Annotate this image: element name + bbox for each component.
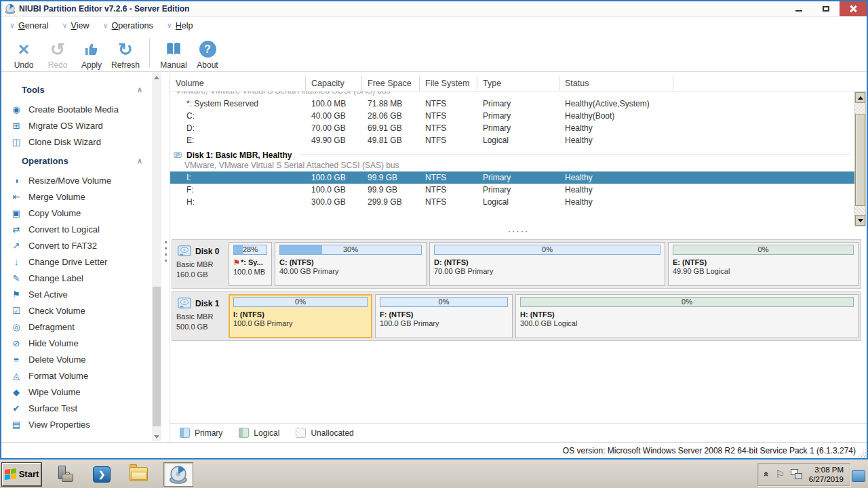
sidebar-item-format-volume[interactable]: ◬ Format Volume bbox=[1, 367, 152, 384]
volume-row-f[interactable]: F: 100.0 GB 99.9 GB NTFS Primary Healthy bbox=[170, 184, 854, 196]
about-button[interactable]: ? About bbox=[191, 36, 224, 70]
sidebar-item-convert-to-logical[interactable]: ⇄ Convert to Logical bbox=[1, 221, 152, 237]
partition-block-e[interactable]: 0% E: (NTFS) 49.90 GB Logical bbox=[668, 242, 859, 286]
sidebar-item-hide-volume[interactable]: ⊘ Hide Volume bbox=[1, 335, 152, 351]
sidebar-section-tools[interactable]: Tools ∧ bbox=[1, 79, 152, 101]
sidebar-item-migrate-os-wizard[interactable]: ⊞ Migrate OS Wizard bbox=[1, 117, 152, 134]
horizontal-splitter[interactable]: ····· bbox=[170, 228, 867, 237]
action-center-flag-icon[interactable]: ⚐ bbox=[775, 468, 784, 481]
collapse-icon[interactable]: ∧ bbox=[137, 157, 142, 165]
show-hidden-icons[interactable]: « bbox=[762, 472, 772, 476]
taskbar-powershell[interactable] bbox=[90, 462, 113, 487]
sidebar-item-clone-disk-wizard[interactable]: ◫ Clone Disk Wizard bbox=[1, 134, 152, 150]
taskbar-server-manager[interactable] bbox=[54, 462, 77, 487]
vertical-splitter[interactable] bbox=[161, 72, 170, 442]
sidebar-item-wipe-volume[interactable]: ◆ Wipe Volume bbox=[1, 384, 152, 400]
close-button[interactable] bbox=[840, 1, 867, 16]
cell-type: Primary bbox=[477, 123, 559, 133]
scrollbar-thumb[interactable] bbox=[855, 114, 865, 206]
menu-view[interactable]: ∨ View bbox=[62, 21, 90, 30]
scroll-up-icon[interactable] bbox=[152, 73, 161, 82]
apply-button[interactable]: Apply bbox=[75, 36, 108, 70]
sidebar-item-convert-to-fat32[interactable]: ↗ Convert to FAT32 bbox=[1, 237, 152, 253]
menu-general[interactable]: ∨ General bbox=[9, 21, 49, 30]
sidebar-item-check-volume[interactable]: ☑ Check Volume bbox=[1, 302, 152, 319]
column-header-volume[interactable]: Volume bbox=[170, 76, 306, 91]
disk1-subtitle: VMware, VMware Virtual S Serial Attached… bbox=[170, 161, 854, 171]
menu-help[interactable]: ∨ Help bbox=[167, 21, 193, 30]
sidebar-item-defragment[interactable]: ◎ Defragment bbox=[1, 319, 152, 335]
manual-button[interactable]: Manual bbox=[157, 36, 191, 70]
collapse-icon[interactable]: ∧ bbox=[137, 85, 142, 94]
sidebar-item-label: View Properties bbox=[28, 420, 90, 430]
column-header-status[interactable]: Status bbox=[559, 76, 673, 91]
menubar: ∨ General ∨ View ∨ Operations ∨ Help bbox=[1, 17, 867, 34]
refresh-button[interactable]: ↻ Refresh bbox=[108, 36, 142, 70]
network-icon[interactable] bbox=[791, 469, 803, 480]
partition-block-h[interactable]: 0% H: (NTFS) 300.0 GB Logical bbox=[515, 294, 859, 338]
cell-status: Healthy(Boot) bbox=[559, 111, 673, 121]
cell-capacity: 100.0 GB bbox=[306, 185, 362, 195]
scroll-down-icon[interactable] bbox=[152, 432, 161, 441]
start-button[interactable]: Start bbox=[2, 463, 41, 486]
windows-logo-icon bbox=[5, 468, 16, 480]
column-header-file-system[interactable]: File System bbox=[420, 76, 477, 91]
volume-row-h[interactable]: H: 300.0 GB 299.9 GB NTFS Logical Health… bbox=[170, 196, 854, 208]
scroll-up-button[interactable] bbox=[855, 92, 865, 103]
sidebar-item-merge-volume[interactable]: ⇤ Merge Volume bbox=[1, 188, 152, 205]
drive-icon bbox=[176, 296, 193, 311]
sidebar-item-surface-test[interactable]: ✔ Surface Test bbox=[1, 400, 152, 416]
minimize-button[interactable] bbox=[785, 1, 812, 16]
sidebar-item-set-active[interactable]: ⚑ Set Active bbox=[1, 286, 152, 302]
question-circle-icon: ? bbox=[199, 39, 216, 60]
sidebar-section-operations[interactable]: Operations ∧ bbox=[1, 150, 152, 172]
primary-swatch-icon bbox=[180, 428, 190, 438]
drive-letter-icon: ↓ bbox=[11, 257, 22, 267]
clone-icon: ◫ bbox=[11, 137, 22, 147]
sidebar-scrollbar[interactable] bbox=[152, 73, 161, 441]
sidebar-scrollbar-thumb[interactable] bbox=[153, 287, 161, 427]
menu-operations[interactable]: ∨ Operations bbox=[103, 21, 153, 30]
sidebar-item-change-label[interactable]: ✎ Change Label bbox=[1, 270, 152, 286]
volume-row-i-selected[interactable]: I: 100.0 GB 99.9 GB NTFS Primary Healthy bbox=[170, 171, 854, 184]
volume-list-scrollbar[interactable] bbox=[854, 92, 866, 226]
column-header-free-space[interactable]: Free Space bbox=[362, 76, 420, 91]
taskbar-clock[interactable]: 3:08 PM 6/27/2019 bbox=[809, 465, 844, 484]
cell-file-system: NTFS bbox=[420, 197, 477, 207]
sidebar-item-resize-move-volume[interactable]: ◑ Resize/Move Volume bbox=[1, 172, 152, 188]
disc-icon: ◉ bbox=[11, 104, 22, 115]
column-header-capacity[interactable]: Capacity bbox=[306, 76, 362, 91]
partition-block-system-reserved[interactable]: 28% ⚑*: Sy... 100.0 MB bbox=[229, 242, 272, 286]
legend: Primary Logical Unallocated bbox=[170, 423, 867, 442]
volume-row-e[interactable]: E: 49.90 GB 49.81 GB NTFS Logical Health… bbox=[170, 134, 854, 146]
taskbar-niubi-active[interactable] bbox=[163, 462, 193, 487]
sidebar-item-delete-volume[interactable]: ≡ Delete Volume bbox=[1, 351, 152, 367]
maximize-button[interactable] bbox=[812, 1, 840, 16]
undo-button[interactable]: × Undo bbox=[7, 36, 41, 70]
show-desktop-button[interactable] bbox=[852, 470, 865, 482]
sidebar-item-create-bootable-media[interactable]: ◉ Create Bootable Media bbox=[1, 101, 152, 117]
sidebar-item-label: Convert to Logical bbox=[28, 224, 100, 235]
sidebar-item-view-properties[interactable]: ▤ View Properties bbox=[1, 416, 152, 432]
partition-block-c[interactable]: 30% C: (NTFS) 40.00 GB Primary bbox=[275, 242, 427, 286]
volume-row-c[interactable]: C: 40.00 GB 28.06 GB NTFS Primary Health… bbox=[170, 110, 854, 122]
partition-block-i-selected[interactable]: 0% I: (NTFS) 100.0 GB Primary bbox=[229, 294, 372, 338]
os-version-text: OS version: Microsoft Windows Server 200… bbox=[563, 446, 856, 455]
column-header-type[interactable]: Type bbox=[477, 76, 559, 91]
cell-volume: I: bbox=[170, 173, 306, 182]
volume-row-d[interactable]: D: 70.00 GB 69.91 GB NTFS Primary Health… bbox=[170, 122, 854, 134]
redo-button[interactable]: ↺ Redo bbox=[41, 36, 75, 70]
thumbs-up-icon bbox=[83, 39, 100, 60]
cell-free-space: 49.81 GB bbox=[362, 136, 420, 145]
clipped-disk0-subtitle: VMware, VMware Virtual S Serial Attached… bbox=[170, 92, 854, 98]
scroll-down-button[interactable] bbox=[855, 215, 865, 226]
taskbar-explorer[interactable] bbox=[127, 462, 150, 487]
partition-block-f[interactable]: 0% F: (NTFS) 100.0 GB Primary bbox=[375, 294, 513, 338]
sidebar-item-copy-volume[interactable]: ▣ Copy Volume bbox=[1, 205, 152, 221]
volume-row-system-reserved[interactable]: *: System Reserved 100.0 MB 71.88 MB NTF… bbox=[170, 98, 854, 110]
menu-label: Help bbox=[176, 21, 193, 30]
sidebar-item-change-drive-letter[interactable]: ↓ Change Drive Letter bbox=[1, 253, 152, 270]
partition-block-d[interactable]: 0% D: (NTFS) 70.00 GB Primary bbox=[429, 242, 665, 286]
resize-grip[interactable] bbox=[858, 449, 866, 458]
sidebar-item-label: Copy Volume bbox=[28, 208, 81, 218]
